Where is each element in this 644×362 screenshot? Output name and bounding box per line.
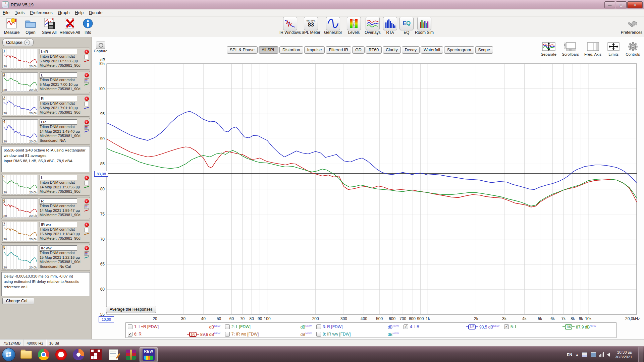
delete-measurement-icon[interactable]: x [85, 176, 89, 180]
separate-button[interactable]: Separate [541, 42, 556, 56]
trace-checkbox[interactable] [316, 332, 321, 337]
taskbar-opera[interactable] [52, 348, 70, 362]
measurement-entry-7[interactable]: 7 20 20,0k x Triton DNM corr.mdat 15 Μαρ… [1, 221, 90, 243]
measurement-name-input[interactable] [40, 119, 77, 125]
taskbar-chrome[interactable] [35, 348, 52, 362]
smoothing-badge[interactable]: 1/6 [466, 324, 478, 329]
taskbar-clock[interactable]: 10:30 μμ 30/3/2021 [615, 350, 632, 359]
notes-icon[interactable] [85, 125, 89, 130]
tab-spectrogram[interactable]: Spectrogram [444, 46, 474, 54]
measurement-name-input[interactable] [40, 49, 77, 54]
tray-expand-icon[interactable]: ▲ [576, 353, 579, 356]
delete-measurement-icon[interactable]: x [85, 199, 89, 203]
smoothing-badge[interactable]: 1/6 [562, 324, 575, 329]
minimize-button[interactable]: — [604, 1, 615, 8]
tab-gd[interactable]: GD [352, 46, 365, 54]
save-all-button[interactable]: Save All [40, 17, 59, 35]
remove-all-button[interactable]: Remove All [59, 17, 80, 35]
tab-all-spl[interactable]: All SPL [259, 46, 278, 54]
notes-icon[interactable] [85, 102, 89, 106]
delete-measurement-icon[interactable]: x [85, 223, 89, 227]
trace-checkbox[interactable] [316, 324, 321, 329]
rta-notes[interactable]: 65536-point 1/48 octave RTA using Rectan… [1, 146, 90, 172]
taskbar-notepad[interactable] [105, 348, 122, 362]
delete-measurement-icon[interactable]: x [85, 73, 89, 77]
tab-scope[interactable]: Scope [475, 46, 493, 54]
show-desktop-button[interactable] [638, 347, 643, 362]
rta-button[interactable]: RTA [382, 17, 398, 35]
limits-button[interactable]: Limits [607, 42, 620, 56]
ir-windows-button[interactable]: IR Windows [280, 17, 300, 35]
display-icon[interactable] [591, 352, 596, 357]
menu-donate[interactable]: Donate [89, 10, 102, 15]
cursor-level-box[interactable]: 83,08 [94, 171, 108, 177]
delete-measurement-icon[interactable]: x [85, 246, 89, 250]
delete-measurement-icon[interactable]: x [85, 120, 89, 124]
close-button[interactable]: ✕ [627, 1, 643, 8]
action-center-flag-icon[interactable] [582, 352, 587, 357]
freq-axis-button[interactable]: Freq. Axis [584, 42, 601, 56]
measure-button[interactable]: Measure [2, 17, 21, 35]
measurement-name-input[interactable] [40, 245, 77, 251]
menu-tools[interactable]: Tools [15, 10, 24, 15]
tab-waterfall[interactable]: Waterfall [421, 46, 443, 54]
measurement-name-input[interactable] [40, 175, 77, 180]
room-sim-button[interactable]: Room Sim [415, 17, 434, 35]
measurement-entry-1[interactable]: 1 20 20,0k x Triton DNM corr.mdat 5 Μαρ … [1, 48, 90, 70]
tab-filtered-ir[interactable]: Filtered IR [326, 46, 351, 54]
change-cal-button[interactable]: Change Cal... [2, 298, 34, 304]
tab-decay[interactable]: Decay [402, 46, 420, 54]
taskbar-winrar[interactable] [122, 348, 140, 362]
start-button[interactable] [0, 348, 17, 362]
levels-button[interactable]: 0369 Levels [344, 17, 364, 35]
eq-button[interactable]: EQ EQ [399, 17, 414, 35]
tab-distortion[interactable]: Distortion [279, 46, 303, 54]
average-responses-button[interactable]: Average the Responses [106, 306, 156, 313]
info-button[interactable]: Info [80, 17, 95, 35]
taskbar-red-app[interactable] [87, 348, 105, 362]
smoothing-badge[interactable]: 1/6 [187, 332, 199, 337]
notes-icon[interactable] [85, 228, 89, 232]
generator-button[interactable]: Generator [323, 17, 343, 35]
taskbar-rew-active[interactable]: REW [140, 347, 158, 362]
delete-measurement-icon[interactable]: x [85, 97, 89, 101]
measurement-entry-4[interactable]: 4 20 20,0k x Triton DNM corr.mdat 14 Μαρ… [1, 118, 90, 145]
tab-clarity[interactable]: Clarity [383, 46, 400, 54]
notes-icon[interactable] [85, 181, 89, 185]
controls-button[interactable]: Controls [626, 42, 640, 56]
volume-icon[interactable] [607, 353, 610, 357]
measurement-name-input[interactable] [40, 222, 77, 227]
measurement-entry-2[interactable]: 2 20 20,0k x Triton DNM corr.mdat 5 Μαρ … [1, 71, 90, 93]
menu-file[interactable]: File [3, 10, 9, 15]
notes-icon[interactable] [85, 204, 89, 209]
trace-checkbox[interactable]: ✓ [404, 324, 408, 329]
spl-chart[interactable]: 5560657075808590951001052030405060708090… [99, 61, 641, 326]
menu-help[interactable]: Help [75, 10, 84, 15]
trace-checkbox[interactable] [225, 324, 230, 329]
overlays-button[interactable]: Overlays [363, 17, 382, 35]
notes-icon[interactable] [85, 55, 89, 59]
trace-checkbox[interactable] [225, 332, 230, 337]
tab-impulse[interactable]: Impulse [304, 46, 325, 54]
measurement-entry-5[interactable]: 5 20 20,0k x Triton DNM corr.mdat 14 Μαρ… [1, 174, 90, 196]
measurement-entry-8[interactable]: 8 20 20,0k x Triton DNM corr.mdat 15 Μαρ… [1, 244, 90, 271]
menu-graph[interactable]: Graph [58, 10, 70, 15]
measurement-entry-6[interactable]: 6 20 20,0k x Triton DNM corr.mdat 14 Μαρ… [1, 197, 90, 219]
taskbar-explorer[interactable] [17, 348, 35, 362]
menu-preferences[interactable]: Preferences [30, 10, 52, 15]
tab-rt60[interactable]: RT60 [366, 46, 382, 54]
preferences-button[interactable]: Preferences [622, 17, 641, 35]
language-indicator[interactable]: EN [567, 353, 572, 357]
measurement-name-input[interactable] [40, 198, 77, 204]
spl-meter-button[interactable]: dB SPL 83 SPL Meter [301, 17, 321, 35]
open-button[interactable]: Open [21, 17, 40, 35]
x-axis-start-box[interactable]: 10,00 [99, 316, 114, 322]
measurement-entry-3[interactable]: 3 20 20,0k x Triton DNM corr.mdat 5 Μαρ … [1, 95, 90, 117]
measurement-name-input[interactable] [40, 96, 77, 101]
trace-checkbox[interactable]: ✓ [504, 324, 509, 329]
trace-checkbox[interactable]: ✓ [128, 332, 132, 337]
capture-button[interactable]: Capture [93, 42, 109, 53]
notes-icon[interactable] [85, 78, 89, 83]
measurement-name-input[interactable] [40, 72, 77, 78]
scrollbars-button[interactable]: Scrollbars [562, 42, 579, 56]
